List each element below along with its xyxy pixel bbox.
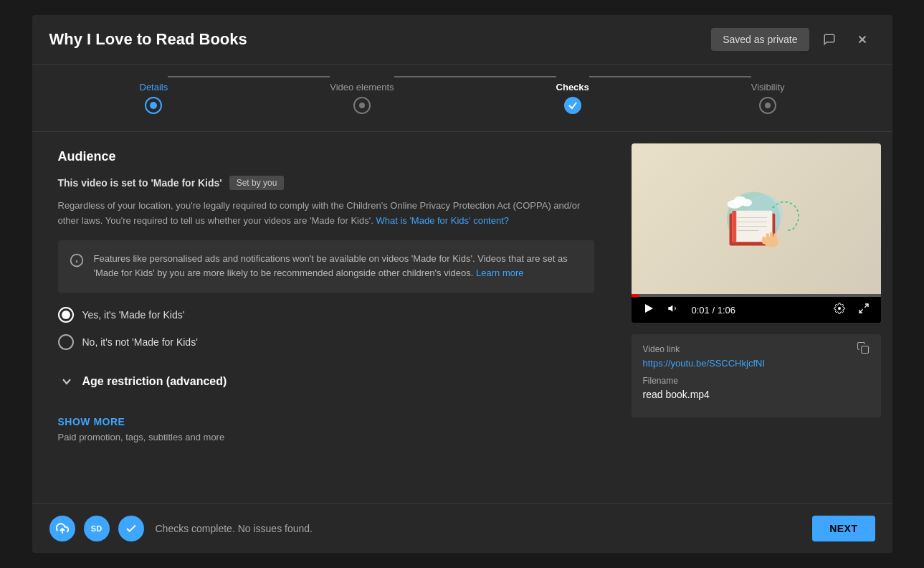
video-thumbnail [632, 143, 881, 294]
video-link-url[interactable]: https://youtu.be/SSCCHkjcfNI [643, 358, 766, 369]
book-illustration [713, 183, 799, 255]
info-icon [70, 253, 84, 282]
video-preview: 0:01 / 1:06 [632, 143, 881, 323]
step-line-2 [394, 76, 556, 77]
learn-more-link[interactable]: Learn more [476, 268, 523, 278]
radio-no-option[interactable]: No, it's not 'Made for Kids' [58, 334, 594, 350]
next-button[interactable]: NEXT [812, 516, 875, 541]
svg-point-5 [765, 103, 771, 108]
step-visibility[interactable]: Visibility [751, 82, 785, 114]
filename-row: Filename read book.mp4 [643, 376, 870, 400]
modal: Why I Love to Read Books Saved as privat… [32, 15, 892, 553]
saved-badge: Saved as private [711, 28, 809, 51]
svg-rect-31 [861, 346, 868, 354]
video-progress-bar[interactable] [632, 294, 881, 297]
radio-no-label: No, it's not 'Made for Kids' [82, 336, 198, 348]
video-link-row: Video link https://youtu.be/SSCCHkjcfNI [643, 344, 870, 369]
step-line-3 [589, 76, 751, 77]
svg-line-30 [859, 309, 863, 313]
step-details-circle [145, 97, 162, 114]
radio-group: Yes, it's 'Made for Kids' No, it's not '… [58, 307, 594, 350]
svg-point-28 [838, 307, 841, 310]
content-area: Audience This video is set to 'Made for … [32, 132, 892, 503]
svg-rect-19 [766, 233, 769, 243]
show-more-section: SHOW MORE Paid promotion, tags, subtitle… [58, 416, 594, 442]
radio-yes-option[interactable]: Yes, it's 'Made for Kids' [58, 307, 594, 323]
svg-rect-22 [762, 237, 766, 245]
video-link-label: Video link [643, 344, 766, 354]
what-is-link[interactable]: What is 'Made for Kids' content? [376, 215, 509, 226]
step-visibility-circle [759, 97, 776, 114]
modal-title: Why I Love to Read Books [49, 30, 247, 49]
age-restriction-toggle[interactable]: Age restriction (advanced) [58, 367, 594, 396]
copy-link-button[interactable] [857, 341, 870, 357]
checks-complete-icon[interactable] [118, 516, 144, 541]
svg-point-25 [741, 199, 752, 207]
modal-footer: SD Checks complete. No issues found. NEX… [32, 503, 892, 553]
right-panel: 0:01 / 1:06 Video link [620, 132, 892, 503]
video-info: Video link https://youtu.be/SSCCHkjcfNI … [632, 334, 881, 417]
footer-status: Checks complete. No issues found. [156, 523, 801, 534]
step-checks-circle [564, 97, 581, 114]
age-restriction-label: Age restriction (advanced) [82, 375, 227, 388]
video-progress-fill [632, 294, 639, 297]
made-for-kids-label: This video is set to 'Made for Kids' Set… [58, 176, 594, 190]
footer-icons: SD [49, 516, 144, 541]
step-video-elements-circle [353, 97, 371, 114]
radio-yes-label: Yes, it's 'Made for Kids' [82, 309, 185, 321]
filename-label: Filename [643, 376, 870, 386]
time-display: 0:01 / 1:06 [692, 305, 735, 316]
svg-line-29 [865, 304, 868, 308]
svg-rect-20 [769, 232, 773, 243]
chevron-down-icon [58, 373, 75, 390]
info-box: Features like personalised ads and notif… [58, 240, 594, 293]
svg-marker-26 [645, 304, 653, 313]
radio-yes-outer [58, 307, 74, 323]
step-video-elements[interactable]: Video elements [330, 82, 394, 114]
left-panel: Audience This video is set to 'Made for … [32, 132, 620, 503]
step-video-elements-label: Video elements [330, 82, 394, 93]
filename-value: read book.mp4 [643, 389, 870, 400]
svg-rect-21 [773, 233, 777, 243]
close-button[interactable] [849, 27, 875, 52]
info-text: Features like personalised ads and notif… [94, 252, 583, 282]
sd-icon-button[interactable]: SD [84, 516, 110, 541]
play-button[interactable] [640, 301, 657, 318]
video-controls: 0:01 / 1:06 [632, 297, 881, 323]
step-visibility-label: Visibility [751, 82, 785, 93]
settings-button[interactable] [831, 301, 848, 318]
step-checks[interactable]: Checks [556, 82, 589, 114]
volume-button[interactable] [665, 301, 682, 318]
step-checks-label: Checks [556, 82, 589, 93]
step-line-1 [168, 76, 330, 77]
header-actions: Saved as private [711, 27, 875, 52]
show-more-desc: Paid promotion, tags, subtitles and more [58, 432, 594, 442]
svg-rect-17 [732, 211, 736, 242]
fullscreen-button[interactable] [855, 301, 872, 318]
upload-icon-button[interactable] [49, 516, 75, 541]
svg-marker-27 [668, 305, 672, 311]
radio-yes-inner [62, 311, 70, 319]
step-details-label: Details [140, 82, 168, 93]
modal-header: Why I Love to Read Books Saved as privat… [32, 15, 892, 65]
svg-point-4 [359, 103, 365, 108]
set-by-badge: Set by you [229, 176, 285, 190]
stepper: Details Video elements Checks [32, 65, 892, 132]
radio-no-outer [58, 334, 74, 350]
feedback-button[interactable] [816, 27, 842, 52]
audience-title: Audience [58, 149, 594, 164]
show-more-link[interactable]: SHOW MORE [58, 416, 594, 427]
step-details[interactable]: Details [140, 82, 168, 114]
coppa-text: Regardless of your location, you're lega… [58, 199, 594, 229]
